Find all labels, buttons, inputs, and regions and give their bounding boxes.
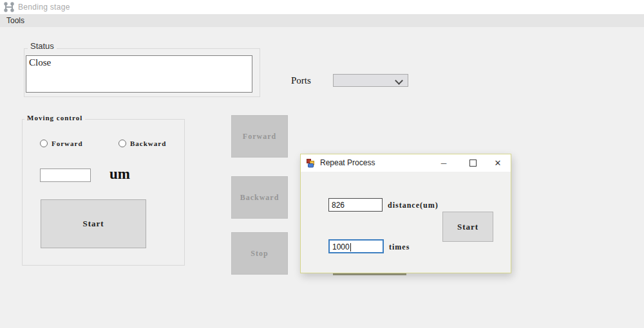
radio-backward[interactable]: Backward — [118, 140, 166, 147]
close-icon: ✕ — [495, 158, 502, 168]
main-window: Bending stage Tools Status Close Ports M… — [0, 0, 644, 328]
radio-backward-label: Backward — [130, 140, 166, 147]
stage-icon — [4, 2, 14, 12]
moving-control-start-button[interactable]: Start — [41, 199, 146, 248]
jog-stop-button[interactable]: Stop — [231, 232, 288, 275]
repeat-start-button[interactable]: Start — [442, 212, 493, 242]
status-group-title: Status — [28, 41, 57, 51]
ports-label: Ports — [291, 75, 311, 86]
minimize-icon: ─ — [441, 159, 447, 168]
repeat-start-label: Start — [457, 222, 478, 232]
jog-stop-label: Stop — [251, 249, 268, 259]
menu-bar: Tools — [0, 14, 644, 27]
minimize-button[interactable]: ─ — [434, 156, 453, 170]
repeat-distance-label: distance(um) — [388, 201, 439, 210]
start-button-label: Start — [82, 219, 104, 229]
text-caret — [350, 243, 351, 251]
radio-circle-icon — [118, 140, 126, 147]
form-icon — [307, 159, 316, 168]
dialog-title: Repeat Process — [320, 158, 375, 167]
repeat-times-label: times — [389, 242, 410, 252]
window-titlebar[interactable]: Bending stage — [0, 0, 644, 14]
radio-circle-icon — [40, 140, 48, 147]
status-text: Close — [29, 57, 51, 68]
repeat-distance-input[interactable] — [328, 198, 383, 212]
maximize-button[interactable] — [463, 156, 482, 170]
repeat-times-value: 1000 — [332, 242, 350, 251]
repeat-process-dialog: Repeat Process ─ ✕ distance(um) Start 10… — [300, 154, 511, 273]
jog-backward-label: Backward — [240, 193, 279, 203]
close-button[interactable]: ✕ — [488, 156, 507, 170]
repeat-times-input[interactable]: 1000 — [328, 239, 384, 253]
jog-forward-button[interactable]: Forward — [231, 115, 288, 158]
um-unit-label: um — [109, 166, 130, 183]
status-textbox[interactable]: Close — [26, 55, 252, 93]
maximize-icon — [469, 159, 477, 167]
dialog-titlebar[interactable]: Repeat Process ─ ✕ — [301, 154, 511, 172]
radio-forward-label: Forward — [52, 140, 83, 147]
ports-combobox[interactable] — [333, 74, 408, 87]
move-distance-input[interactable] — [40, 169, 91, 182]
jog-forward-label: Forward — [243, 132, 276, 141]
moving-control-title: Moving control — [24, 114, 85, 122]
radio-forward[interactable]: Forward — [40, 140, 83, 147]
chevron-down-icon — [395, 77, 403, 85]
window-title: Bending stage — [18, 3, 70, 12]
menu-item-tools[interactable]: Tools — [0, 14, 31, 27]
jog-backward-button[interactable]: Backward — [231, 176, 288, 219]
